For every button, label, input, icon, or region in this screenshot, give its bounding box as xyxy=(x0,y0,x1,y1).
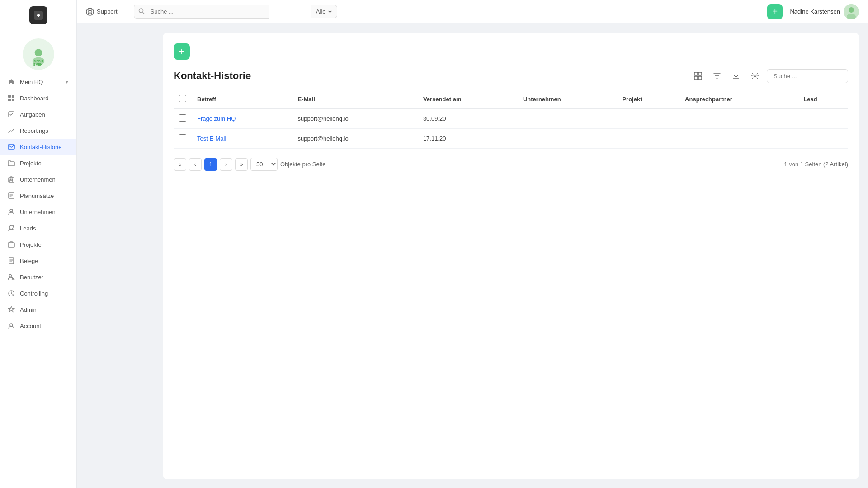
account-icon xyxy=(7,322,15,330)
svg-point-18 xyxy=(9,275,12,277)
topbar-add-button[interactable]: + xyxy=(767,4,783,19)
sidebar-item-label: Dashboard xyxy=(20,95,49,102)
row-check-cell xyxy=(174,108,192,129)
sidebar-item-label: Reportings xyxy=(20,127,48,134)
per-page-select[interactable]: 10 25 50 100 xyxy=(250,158,278,171)
per-page-label: Objekte pro Seite xyxy=(280,161,326,168)
page-first-btn[interactable]: « xyxy=(174,158,186,171)
sidebar-item-label: Account xyxy=(20,323,41,329)
svg-rect-7 xyxy=(12,95,14,98)
page-last-btn[interactable]: » xyxy=(235,158,248,171)
page-prev-btn[interactable]: ‹ xyxy=(189,158,202,171)
support-icon xyxy=(86,8,94,16)
page-1-btn[interactable]: 1 xyxy=(204,158,217,171)
sidebar-item-account[interactable]: Account xyxy=(0,318,76,334)
table-row: Frage zum HQ support@hellohq.io 30.09.20 xyxy=(174,108,848,129)
mail-icon xyxy=(7,143,15,151)
sidebar-item-admin[interactable]: Admin xyxy=(0,301,76,318)
page-next-btn[interactable]: › xyxy=(220,158,232,171)
sidebar-item-aufgaben[interactable]: Aufgaben xyxy=(0,106,76,122)
page-title: Kontakt-Historie xyxy=(174,70,251,82)
sidebar-item-projekte2[interactable]: Projekte xyxy=(0,236,76,253)
row-versendet-am-0: 30.09.20 xyxy=(418,108,518,129)
row-checkbox-1[interactable] xyxy=(179,134,186,141)
sidebar-item-label: Controlling xyxy=(20,290,48,297)
sidebar-item-kontakt-historie[interactable]: Kontakt-Historie xyxy=(0,139,76,155)
sidebar-item-unternehmen[interactable]: Unternehmen xyxy=(0,171,76,188)
table-head: Betreff E-Mail Versendet am Unternehmen … xyxy=(174,90,848,108)
receipt-icon xyxy=(7,257,15,265)
row-check-cell xyxy=(174,129,192,149)
col-header-betreff: Betreff xyxy=(192,90,292,108)
row-email-1: support@hellohq.io xyxy=(292,129,417,149)
svg-point-15 xyxy=(13,225,14,227)
settings-icon[interactable] xyxy=(748,69,762,83)
export-icon[interactable] xyxy=(729,69,743,83)
svg-point-32 xyxy=(754,75,756,77)
table-search-area xyxy=(767,69,848,83)
svg-text:GMBH: GMBH xyxy=(33,63,42,66)
row-projekt-1 xyxy=(617,129,679,149)
svg-rect-16 xyxy=(8,243,14,247)
app-logo xyxy=(29,6,47,24)
user-avatar xyxy=(844,4,859,19)
controlling-icon xyxy=(7,289,15,297)
content-card: + Kontakt-Historie xyxy=(163,33,859,479)
svg-rect-11 xyxy=(8,145,14,149)
svg-rect-12 xyxy=(9,178,14,182)
page-add-button[interactable]: + xyxy=(174,43,190,60)
sidebar-item-projekte[interactable]: Projekte xyxy=(0,155,76,171)
sidebar-item-benutzer[interactable]: Benutzer xyxy=(0,269,76,285)
svg-rect-6 xyxy=(8,95,11,98)
search-input[interactable] xyxy=(134,5,269,19)
svg-point-14 xyxy=(10,209,13,212)
dashboard-icon xyxy=(7,94,15,102)
row-projekt-0 xyxy=(617,108,679,129)
row-betreff-1[interactable]: Test E-Mail xyxy=(192,129,292,149)
sidebar-item-belege[interactable]: Belege xyxy=(0,253,76,269)
filter-icon[interactable] xyxy=(710,69,724,83)
row-betreff-0[interactable]: Frage zum HQ xyxy=(192,108,292,129)
row-unternehmen-0 xyxy=(518,108,617,129)
topbar-right-area: + Nadine Karstensen xyxy=(767,4,859,19)
col-header-projekt: Projekt xyxy=(617,90,679,108)
company-avatar: MEDIA GMBH xyxy=(23,38,54,70)
plan-icon xyxy=(7,192,15,200)
sidebar-item-mein-hq[interactable]: Mein HQ ▼ xyxy=(0,74,76,90)
col-header-ansprechpartner: Ansprechpartner xyxy=(679,90,798,108)
chevron-down-icon xyxy=(328,9,332,14)
tasks-icon xyxy=(7,110,15,118)
col-header-lead: Lead xyxy=(798,90,848,108)
leads-icon xyxy=(7,224,15,232)
pagination-info: 1 von 1 Seiten (2 Artikel) xyxy=(784,161,848,168)
data-table: Betreff E-Mail Versendet am Unternehmen … xyxy=(174,90,848,149)
table-search-input[interactable] xyxy=(767,69,848,83)
sidebar-item-controlling[interactable]: Controlling xyxy=(0,285,76,301)
table-view-icon[interactable] xyxy=(691,69,705,83)
folder-icon xyxy=(7,159,15,167)
user-name: Nadine Karstensen xyxy=(790,8,840,15)
svg-rect-31 xyxy=(698,76,702,80)
sidebar-item-reportings[interactable]: Reportings xyxy=(0,122,76,139)
company-icon xyxy=(7,208,15,216)
svg-rect-8 xyxy=(8,99,11,101)
search-input-container xyxy=(134,5,313,19)
admin-icon xyxy=(7,305,15,314)
row-email-0: support@hellohq.io xyxy=(292,108,417,129)
sidebar-item-planums-tze[interactable]: Planumsätze xyxy=(0,188,76,204)
search-filter-dropdown[interactable]: Alle xyxy=(311,5,337,18)
svg-rect-17 xyxy=(9,258,14,264)
user-info-area[interactable]: Nadine Karstensen xyxy=(790,4,859,19)
sidebar-item-label: Unternehmen xyxy=(20,209,56,216)
row-ansprechpartner-0 xyxy=(679,108,798,129)
sidebar-item-dashboard[interactable]: Dashboard xyxy=(0,90,76,106)
main-content: + Kontakt-Historie xyxy=(154,23,868,488)
sidebar-item-label: Unternehmen xyxy=(20,176,56,183)
support-link[interactable]: Support xyxy=(86,8,118,16)
check-all-checkbox[interactable] xyxy=(179,95,186,102)
row-checkbox-0[interactable] xyxy=(179,114,186,122)
svg-rect-28 xyxy=(694,72,698,75)
sidebar-item-unternehmen2[interactable]: Unternehmen xyxy=(0,204,76,220)
home-icon xyxy=(7,78,15,86)
sidebar-item-leads[interactable]: Leads xyxy=(0,220,76,236)
